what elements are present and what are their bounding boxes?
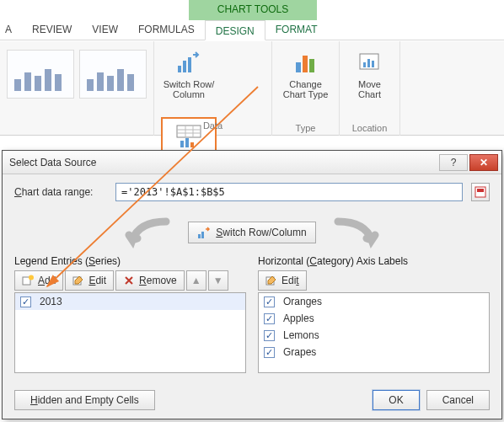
- svg-rect-0: [178, 66, 181, 72]
- range-picker-icon: [475, 186, 486, 198]
- tab-review[interactable]: REVIEW: [22, 19, 82, 40]
- svg-rect-1: [183, 61, 186, 72]
- ribbon: CHART TOOLS A REVIEW VIEW FORMULAS DESIG…: [0, 0, 504, 148]
- contextual-tab-title: CHART TOOLS: [189, 0, 317, 20]
- ribbon-tabs: A REVIEW VIEW FORMULAS DESIGN FORMAT: [0, 20, 504, 40]
- checkbox[interactable]: ✓: [264, 313, 275, 324]
- move-up-button[interactable]: ▲: [186, 270, 206, 291]
- hidden-empty-cells-button[interactable]: Hidden and Empty Cells: [14, 390, 155, 410]
- checkbox[interactable]: ✓: [264, 296, 275, 307]
- dialog-title: Select Data Source: [9, 157, 96, 168]
- chart-style-gallery[interactable]: [3, 45, 150, 104]
- help-button[interactable]: ?: [439, 154, 468, 171]
- svg-rect-22: [201, 232, 204, 238]
- legend-entries-title: Legend Entries (Series): [14, 255, 246, 267]
- group-label: Type: [296, 123, 316, 133]
- chevron-up-icon: ▲: [191, 275, 201, 286]
- list-item[interactable]: ✓Lemons: [259, 327, 489, 344]
- group-data: Switch Row/ Column Select Data Data: [154, 41, 272, 136]
- group-type: Change Chart Type Type: [272, 41, 340, 136]
- move-down-button[interactable]: ▼: [208, 270, 228, 291]
- button-label: Change Chart Type: [283, 79, 329, 99]
- list-item-label: 2013: [40, 296, 62, 307]
- group-label: Data: [154, 120, 271, 131]
- legend-entries-pane: Legend Entries (Series) Add Edit Remove: [14, 255, 246, 373]
- list-item[interactable]: ✓Oranges: [259, 293, 489, 310]
- change-chart-type-icon: [292, 49, 319, 76]
- add-series-button[interactable]: Add: [14, 270, 63, 291]
- list-item-label: Lemons: [283, 329, 319, 341]
- remove-icon: [123, 275, 135, 286]
- remove-series-button[interactable]: Remove: [115, 270, 185, 291]
- svg-rect-20: [477, 189, 484, 192]
- axis-labels-pane: Horizontal (Category) Axis Labels Edit ✓…: [258, 255, 490, 373]
- tab-design[interactable]: DESIGN: [205, 20, 265, 40]
- switch-row-column-icon: [175, 49, 202, 76]
- axis-listbox[interactable]: ✓Oranges ✓Apples ✓Lemons ✓Grapes: [258, 292, 490, 373]
- svg-rect-9: [185, 138, 189, 147]
- checkbox[interactable]: ✓: [20, 296, 31, 307]
- button-label: Switch Row/ Column: [164, 79, 215, 99]
- add-icon: [22, 275, 34, 286]
- list-item-label: Grapes: [283, 346, 316, 358]
- close-icon: ✕: [480, 157, 488, 168]
- svg-rect-8: [180, 141, 184, 147]
- svg-rect-13: [309, 59, 314, 72]
- edit-icon: [72, 275, 84, 286]
- select-data-source-dialog: Select Data Source ? ✕ Chart data range:…: [2, 150, 502, 419]
- svg-rect-12: [303, 56, 308, 72]
- list-item[interactable]: ✓Grapes: [259, 344, 489, 361]
- edit-icon: [265, 275, 277, 286]
- svg-rect-16: [367, 59, 370, 67]
- svg-rect-15: [363, 62, 366, 67]
- chevron-down-icon: ▼: [213, 275, 223, 286]
- switch-row-column-button[interactable]: Switch Row/ Column: [161, 45, 217, 117]
- svg-rect-11: [296, 62, 301, 72]
- svg-rect-2: [188, 57, 191, 72]
- axis-labels-title: Horizontal (Category) Axis Labels: [258, 255, 490, 267]
- chart-style-thumb[interactable]: [79, 50, 147, 99]
- curved-arrow-left-icon: [124, 216, 173, 248]
- ok-button[interactable]: OK: [373, 390, 419, 410]
- move-chart-button[interactable]: Move Chart: [342, 45, 398, 117]
- switch-row-column-button[interactable]: Switch Row/Column: [188, 222, 315, 243]
- svg-rect-10: [190, 142, 194, 147]
- list-item[interactable]: ✓ 2013: [15, 293, 245, 310]
- chart-data-range-label: Chart data range:: [14, 186, 107, 198]
- svg-rect-21: [198, 234, 201, 238]
- cancel-button[interactable]: Cancel: [426, 390, 490, 410]
- tab-formulas[interactable]: FORMULAS: [128, 19, 205, 40]
- change-chart-type-button[interactable]: Change Chart Type: [278, 45, 334, 117]
- tab-fragment[interactable]: A: [0, 19, 22, 40]
- group-label: Location: [352, 123, 388, 133]
- checkbox[interactable]: ✓: [264, 347, 275, 358]
- button-label: Move Chart: [358, 79, 381, 99]
- group-location: Move Chart Location: [340, 41, 400, 136]
- switch-row-column-icon: [197, 226, 211, 239]
- list-item-label: Apples: [283, 312, 314, 324]
- move-chart-icon: [357, 49, 383, 76]
- edit-axis-button[interactable]: Edit: [258, 270, 307, 291]
- checkbox[interactable]: ✓: [264, 330, 275, 341]
- tab-format[interactable]: FORMAT: [265, 19, 328, 40]
- group-chart-styles: [0, 41, 154, 136]
- close-button[interactable]: ✕: [469, 154, 498, 171]
- ribbon-body: Switch Row/ Column Select Data Data Chan…: [0, 41, 504, 136]
- svg-point-24: [29, 275, 34, 280]
- svg-rect-17: [372, 61, 374, 67]
- edit-series-button[interactable]: Edit: [65, 270, 114, 291]
- list-item-label: Oranges: [283, 296, 322, 307]
- chart-style-thumb[interactable]: [7, 50, 74, 99]
- range-picker-button[interactable]: [471, 183, 490, 201]
- series-listbox[interactable]: ✓ 2013: [14, 292, 246, 373]
- tab-view[interactable]: VIEW: [82, 19, 128, 40]
- list-item[interactable]: ✓Apples: [259, 310, 489, 327]
- help-icon: ?: [451, 157, 457, 168]
- dialog-titlebar[interactable]: Select Data Source ? ✕: [3, 151, 501, 174]
- chart-data-range-input[interactable]: [115, 183, 463, 201]
- curved-arrow-right-icon: [331, 216, 380, 248]
